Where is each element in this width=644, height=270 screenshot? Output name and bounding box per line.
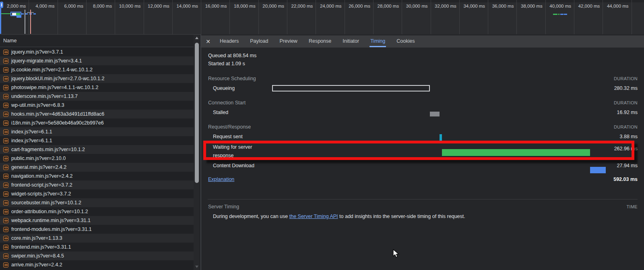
server-timing-api-link[interactable]: the Server Timing API <box>289 214 338 219</box>
request-row[interactable]: <>widget-scripts.js?ver=3.7.2 <box>0 189 194 198</box>
js-file-icon: <> <box>3 209 8 214</box>
tab-initiator[interactable]: Initiator <box>342 36 360 47</box>
request-row[interactable]: <>photoswipe.min.js?ver=4.1.1-wc.10.1.2 <box>0 83 194 92</box>
section-header: Resource SchedulingDURATION <box>201 74 644 83</box>
ruler-gridline <box>603 0 603 34</box>
js-file-icon: <> <box>3 165 8 170</box>
ruler-gridline <box>488 0 488 34</box>
requests-scrollbar[interactable] <box>194 35 200 270</box>
js-file-icon: <> <box>3 129 8 135</box>
request-row[interactable]: <>frontend-modules.min.js?ver=3.31.1 <box>0 225 194 234</box>
request-row[interactable]: <>cart-fragments.min.js?ver=10.1.2 <box>0 145 194 154</box>
request-row[interactable]: <>underscore.min.js?ver=1.13.7 <box>0 92 194 101</box>
js-file-icon: <> <box>3 191 8 197</box>
request-row[interactable]: <>js.cookie.min.js?ver=2.1.4-wc.10.1.2 <box>0 65 194 74</box>
phase-bar-blue <box>590 167 606 173</box>
scrollbar-down-icon[interactable] <box>194 264 200 270</box>
phase-label: Stalled <box>213 110 258 115</box>
minimap-late-blue-dash-2 <box>564 14 567 15</box>
js-file-icon: <> <box>3 200 8 206</box>
ruler-tick-label: 40,000 ms <box>549 4 571 8</box>
request-row[interactable]: <>general.min.js?ver=2.4.2 <box>0 163 194 172</box>
phase-bar-cyan <box>440 134 442 141</box>
tab-payload[interactable]: Payload <box>249 36 269 47</box>
ruler-gridline <box>345 0 345 34</box>
request-name: photoswipe.min.js?ver=4.1.1-wc.10.1.2 <box>11 85 98 90</box>
ruler-gridline <box>86 0 87 34</box>
ruler-gridline <box>431 0 431 34</box>
js-file-icon: <> <box>3 236 8 241</box>
section-divider <box>208 199 638 199</box>
tab-preview[interactable]: Preview <box>279 36 298 47</box>
request-row[interactable]: <>arrive.min.js?ver=2.4.2 <box>0 260 194 269</box>
request-name: hooks.min.js?ver=4d63a3d491d11ffd8ac6 <box>11 111 104 117</box>
explanation-link[interactable]: Explanation <box>208 177 234 182</box>
request-name: webpack.runtime.min.js?ver=3.31.1 <box>11 218 91 223</box>
ruler-gridline <box>58 0 58 34</box>
request-row[interactable]: <>public.min.js?ver=2.10.0 <box>0 154 194 163</box>
request-row[interactable]: <>frontend.min.js?ver=3.31.1 <box>0 243 194 251</box>
ruler-tick-label: 22,000 ms <box>291 4 313 8</box>
tab-timing[interactable]: Timing <box>369 36 386 47</box>
request-row[interactable]: <>navigation.min.js?ver=2.4.2 <box>0 172 194 181</box>
overview-top-strip <box>0 0 644 2</box>
phase-label: Queueing <box>213 85 258 91</box>
name-column-header[interactable]: Name <box>0 35 200 47</box>
ruler-tick-label: 6,000 ms <box>64 4 83 8</box>
ruler-tick-label: 42,000 ms <box>578 4 600 8</box>
request-row[interactable]: <>webpack.runtime.min.js?ver=3.31.1 <box>0 216 194 225</box>
request-row[interactable]: <>core.min.js?ver=1.13.3 <box>0 234 194 243</box>
request-row[interactable]: <>i18n.min.js?ver=5e580eb46a90c2b997e6 <box>0 118 194 127</box>
scrollbar-up-icon[interactable] <box>194 35 200 41</box>
ruler-tick-label: 20,000 ms <box>262 4 284 8</box>
phase-duration-value: 16.92 ms <box>617 110 638 115</box>
network-overview-timeline[interactable]: 2,000 ms4,000 ms6,000 ms8,000 ms10,000 m… <box>0 0 644 35</box>
request-name: js.cookie.min.js?ver=2.1.4-wc.10.1.2 <box>11 67 93 73</box>
request-name: index.js?ver=6.1.1 <box>11 129 52 135</box>
request-name: index.js?ver=6.1.1 <box>11 138 52 143</box>
close-icon[interactable]: ✕ <box>202 38 214 45</box>
tab-cookies[interactable]: Cookies <box>396 36 415 47</box>
request-row[interactable]: <>index.js?ver=6.1.1 <box>0 136 194 145</box>
js-file-icon: <> <box>3 76 8 81</box>
minimap-green-line <box>1 13 10 14</box>
section-title: Request/Response <box>208 124 251 130</box>
ruler-tick-label: 36,000 ms <box>492 4 514 8</box>
request-row[interactable]: <>wp-util.min.js?ver=6.8.3 <box>0 101 194 110</box>
request-row[interactable]: <>jquery-migrate.min.js?ver=3.4.1 <box>0 56 194 65</box>
request-name: sourcebuster.min.js?ver=10.1.2 <box>11 200 81 206</box>
ruler-gridline <box>29 0 29 34</box>
js-file-icon: <> <box>3 94 8 99</box>
server-timing-header: Server Timing TIME <box>201 202 644 211</box>
timing-phase-row: Queueing280.32 ms <box>201 83 644 93</box>
time-column-header: TIME <box>627 204 638 209</box>
tab-headers[interactable]: Headers <box>219 36 239 47</box>
request-row[interactable]: <>index.js?ver=6.1.1 <box>0 127 194 136</box>
request-row[interactable]: <>sourcebuster.min.js?ver=10.1.2 <box>0 198 194 207</box>
ruler-gridline <box>115 0 115 34</box>
tab-response[interactable]: Response <box>308 36 332 47</box>
requests-list: <>jquery.min.js?ver=3.7.1<>jquery-migrat… <box>0 48 194 270</box>
ruler-gridline <box>144 0 144 34</box>
request-name: order-attribution.min.js?ver=10.1.2 <box>11 209 88 214</box>
section-title: Resource Scheduling <box>208 76 256 81</box>
request-row[interactable]: <>swiper.min.js?ver=8.4.5 <box>0 251 194 260</box>
ruler-gridline <box>402 0 402 34</box>
request-row[interactable]: <>frontend-script.js?ver=3.7.2 <box>0 181 194 189</box>
request-row[interactable]: <>jquery.blockUI.min.js?ver=2.7.0-wc.10.… <box>0 74 194 83</box>
ruler-gridline <box>172 0 173 34</box>
js-file-icon: <> <box>3 85 8 90</box>
js-file-icon: <> <box>3 262 8 268</box>
ruler-gridline <box>287 0 287 34</box>
scrollbar-thumb[interactable] <box>195 43 199 183</box>
phase-bar-green <box>442 149 590 156</box>
ruler-tick-label: 44,000 ms <box>607 4 629 8</box>
request-row[interactable]: <>hooks.min.js?ver=4d63a3d491d11ffd8ac6 <box>0 110 194 118</box>
request-row[interactable]: <>order-attribution.min.js?ver=10.1.2 <box>0 207 194 216</box>
ruler-gridline <box>201 0 201 34</box>
js-file-icon: <> <box>3 103 8 108</box>
phase-duration-value: 262.96 ms <box>614 142 638 152</box>
request-row[interactable]: <>jquery.min.js?ver=3.7.1 <box>0 48 194 56</box>
ruler-tick-label: 4,000 ms <box>35 4 54 8</box>
minimap-selected-green-segment <box>16 13 20 15</box>
